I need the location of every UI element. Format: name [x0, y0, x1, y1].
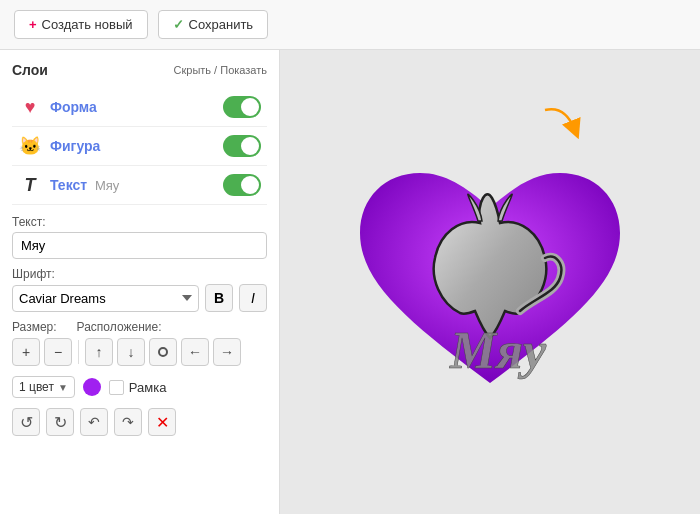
cat-icon: 🐱: [18, 135, 42, 157]
text-editor-section: Текст: Шрифт: Caviar Dreams B I Размер: …: [12, 205, 267, 436]
toolbar: + Создать новый ✓ Сохранить: [0, 0, 700, 50]
size-controls-row: + − ↑ ↓ ← →: [12, 338, 267, 366]
size-pos-header: Размер: Расположение:: [12, 320, 267, 334]
bold-button[interactable]: B: [205, 284, 233, 312]
left-panel: Слои Скрыть / Показать ♥ Форма 🐱 Фигура …: [0, 50, 280, 514]
move-left-button[interactable]: ←: [181, 338, 209, 366]
layer-label-text[interactable]: Текст Мяу: [50, 177, 215, 193]
frame-checkbox[interactable]: [109, 380, 124, 395]
size-label: Размер:: [12, 320, 57, 334]
redo-button[interactable]: ↻: [46, 408, 74, 436]
action-row: ↺ ↻ ↶ ↷ ✕: [12, 408, 267, 436]
delete-button[interactable]: ✕: [148, 408, 176, 436]
create-new-button[interactable]: + Создать новый: [14, 10, 148, 39]
toggle-figura[interactable]: [223, 135, 261, 157]
plus-icon: +: [29, 17, 37, 32]
frame-checkbox-row[interactable]: Рамка: [109, 380, 167, 395]
rotate-left-button[interactable]: ↶: [80, 408, 108, 436]
toggle-forma[interactable]: [223, 96, 261, 118]
heart-icon: ♥: [18, 97, 42, 118]
color-row: 1 цвет ▼ Рамка: [12, 376, 267, 398]
save-button[interactable]: ✓ Сохранить: [158, 10, 269, 39]
layer-item-text: T Текст Мяу: [12, 166, 267, 205]
undo-button[interactable]: ↺: [12, 408, 40, 436]
text-field-label: Текст:: [12, 215, 267, 229]
text-icon: T: [18, 175, 42, 196]
layer-item-figura: 🐱 Фигура: [12, 127, 267, 166]
layer-item-forma: ♥ Форма: [12, 88, 267, 127]
center-button[interactable]: [149, 338, 177, 366]
frame-label: Рамка: [129, 380, 167, 395]
layer-sublabel-text: Мяу: [95, 178, 119, 193]
text-input-row: Текст:: [12, 215, 267, 259]
color-dropdown-arrow: ▼: [58, 382, 68, 393]
divider-1: [78, 340, 79, 364]
orange-arrow: [535, 105, 585, 148]
font-controls: Caviar Dreams B I: [12, 284, 267, 312]
font-label: Шрифт:: [12, 267, 267, 281]
move-right-button[interactable]: →: [213, 338, 241, 366]
italic-button[interactable]: I: [239, 284, 267, 312]
size-plus-button[interactable]: +: [12, 338, 40, 366]
font-row: Шрифт: Caviar Dreams B I: [12, 267, 267, 312]
main-area: Слои Скрыть / Показать ♥ Форма 🐱 Фигура …: [0, 50, 700, 514]
layers-title: Слои: [12, 62, 48, 78]
toggle-text[interactable]: [223, 174, 261, 196]
color-select[interactable]: 1 цвет ▼: [12, 376, 75, 398]
move-down-button[interactable]: ↓: [117, 338, 145, 366]
font-select[interactable]: Caviar Dreams: [12, 285, 199, 312]
canvas-preview: Мяу: [350, 153, 630, 413]
center-icon: [158, 347, 168, 357]
color-label: 1 цвет: [19, 380, 54, 394]
canvas-area: Мяу: [280, 50, 700, 514]
svg-text:Мяу: Мяу: [449, 322, 547, 379]
layers-toggle-link[interactable]: Скрыть / Показать: [174, 64, 267, 76]
create-new-label: Создать новый: [42, 17, 133, 32]
position-label: Расположение:: [77, 320, 162, 334]
move-up-button[interactable]: ↑: [85, 338, 113, 366]
layer-label-figura[interactable]: Фигура: [50, 138, 215, 154]
layer-label-forma[interactable]: Форма: [50, 99, 215, 115]
layers-header: Слои Скрыть / Показать: [12, 62, 267, 78]
size-minus-button[interactable]: −: [44, 338, 72, 366]
save-label: Сохранить: [189, 17, 254, 32]
rotate-right-button[interactable]: ↷: [114, 408, 142, 436]
layer-label-text-main: Текст: [50, 177, 87, 193]
check-icon: ✓: [173, 17, 184, 32]
color-swatch[interactable]: [83, 378, 101, 396]
text-input[interactable]: [12, 232, 267, 259]
